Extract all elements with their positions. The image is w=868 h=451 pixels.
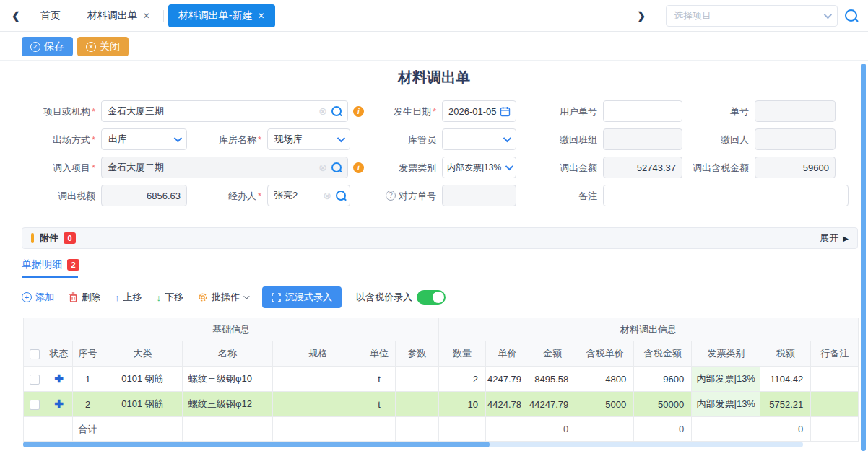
handler-input-wrap: ⊗ (267, 185, 350, 206)
add-sub-row-icon[interactable]: ✚ (54, 372, 64, 385)
cell-spec[interactable] (273, 367, 363, 392)
warehouse-select[interactable]: 现场库 (267, 128, 350, 150)
lookup-icon[interactable] (336, 191, 346, 201)
vertical-scrollbar[interactable] (861, 64, 866, 451)
cell-amount[interactable]: 8495.58 (529, 367, 576, 392)
return-team-label: 缴回班组 (540, 134, 603, 145)
cell-name[interactable]: 螺纹三级钢φ12 (183, 392, 273, 417)
move-down-button[interactable]: ↓ 下移 (157, 291, 184, 304)
tab-material-out-list[interactable]: 材料调出单 ✕ (74, 0, 163, 32)
clear-icon[interactable]: ⊗ (318, 106, 327, 116)
project-select[interactable]: 选择项目 (666, 5, 838, 27)
doc-no-label: 单号 (692, 106, 755, 117)
cell-invoice-type[interactable]: 内部发票|13% (692, 392, 760, 417)
invoice-type-select[interactable]: 内部发票|13% (442, 157, 516, 178)
arrow-down-icon: ↓ (157, 292, 162, 303)
tab-home[interactable]: 首页 (27, 0, 74, 32)
total-empty (103, 417, 183, 442)
expand-button[interactable]: 展开 ▶ (820, 232, 849, 245)
field-remark: 备注 (540, 185, 849, 206)
cell-tax-price[interactable]: 5000 (576, 392, 634, 417)
field-return-team: 缴回班组 (540, 128, 682, 150)
clear-icon[interactable]: ⊗ (318, 162, 327, 172)
handler-input-icons: ⊗ (323, 185, 346, 206)
info-icon[interactable]: i (353, 106, 364, 117)
keeper-select[interactable] (442, 128, 516, 150)
cell-tax-price[interactable]: 4800 (576, 367, 634, 392)
col-header-price: 单价 (486, 341, 529, 367)
project-input[interactable] (102, 101, 347, 121)
horizontal-scrollbar-track[interactable] (23, 442, 803, 447)
tab-detail-lines[interactable]: 单据明细 2 (22, 258, 79, 271)
counterpart-no-input (443, 185, 516, 206)
cell-spec[interactable] (273, 392, 363, 417)
cell-price[interactable]: 4424.78 (486, 392, 529, 417)
immersive-entry-button[interactable]: 沉浸式录入 (262, 286, 342, 308)
attachment-label: 附件 (40, 232, 58, 245)
cell-tax-amount[interactable]: 9600 (634, 367, 692, 392)
detail-toolbar: + 添加 删除 ↑ 上移 ↓ 下移 批操作 (22, 286, 446, 308)
cell-unit[interactable]: t (363, 367, 396, 392)
group-header-transfer: 材料调出信息 (439, 318, 859, 341)
project-input-icons: ⊗ (318, 101, 342, 121)
tab-close-icon[interactable]: ✕ (143, 11, 150, 21)
cell-tax[interactable]: 5752.21 (760, 392, 811, 417)
move-up-button[interactable]: ↑ 上移 (115, 291, 142, 304)
cell-tax[interactable]: 1104.42 (760, 367, 811, 392)
cell-price[interactable]: 4247.79 (486, 367, 529, 392)
return-person-label: 缴回人 (692, 134, 755, 145)
lookup-icon[interactable] (331, 162, 342, 172)
user-no-input[interactable] (604, 101, 682, 121)
save-button[interactable]: ✓ 保存 (22, 37, 73, 56)
cell-amount[interactable]: 44247.79 (529, 392, 576, 417)
horizontal-scrollbar-thumb[interactable] (23, 442, 490, 447)
question-circle-icon[interactable]: ? (386, 191, 396, 201)
col-header-category: 大类 (103, 341, 183, 367)
select-all-checkbox[interactable] (30, 349, 40, 359)
total-label: 合计 (73, 417, 103, 442)
tax-price-toggle[interactable] (417, 290, 446, 305)
cell-param[interactable] (396, 392, 439, 417)
tab-home-label: 首页 (40, 9, 61, 22)
back-chevron-icon[interactable]: ❮ (4, 10, 27, 22)
tab-label: 材料调出单 (87, 9, 138, 22)
cell-unit[interactable]: t (363, 392, 396, 417)
delete-row-button[interactable]: 删除 (69, 291, 100, 304)
search-icon[interactable] (845, 9, 858, 22)
cell-qty[interactable]: 10 (439, 392, 486, 417)
invoice-type-value: 内部发票|13% (447, 162, 505, 174)
cell-category[interactable]: 0101 钢筋 (103, 392, 183, 417)
remark-input[interactable] (604, 185, 848, 206)
row-checkbox[interactable] (30, 400, 40, 410)
info-icon[interactable]: i (353, 162, 364, 173)
cell-name[interactable]: 螺纹三级钢φ10 (183, 367, 273, 392)
cell-param[interactable] (396, 367, 439, 392)
calendar-icon[interactable] (500, 106, 511, 117)
cell-qty[interactable]: 2 (439, 367, 486, 392)
cell-tax-amount[interactable]: 50000 (634, 392, 692, 417)
cell-invoice-type[interactable]: 内部发票|13% (692, 367, 760, 392)
cell-row-remark[interactable] (811, 367, 859, 392)
cell-row-remark[interactable] (811, 392, 859, 417)
out-method-select[interactable]: 出库 (101, 128, 187, 150)
total-tax: 0 (760, 417, 811, 442)
tab-material-out-new-active[interactable]: 材料调出单-新建 ✕ (168, 4, 275, 27)
row-checkbox-cell (24, 367, 45, 392)
tab-close-icon[interactable]: ✕ (257, 11, 264, 21)
add-row-button[interactable]: + 添加 (22, 291, 54, 304)
field-out-tax: 调出税额 (20, 185, 187, 206)
in-project-input[interactable] (102, 157, 347, 178)
clear-icon[interactable]: ⊗ (323, 191, 331, 201)
batch-operations-button[interactable]: 批操作 (198, 291, 248, 304)
forward-chevron-icon[interactable]: ❯ (630, 10, 653, 22)
table-column-header-row: 状态 序号 大类 名称 规格 单位 参数 数量 单价 金额 含税单价 含税金额 … (24, 341, 859, 367)
total-empty (439, 417, 486, 442)
attachment-bar[interactable]: 附件 0 展开 ▶ (22, 227, 858, 249)
add-sub-row-icon[interactable]: ✚ (54, 398, 64, 410)
row-checkbox[interactable] (30, 375, 40, 385)
close-button[interactable]: ✕ 关闭 (77, 37, 129, 56)
delete-label: 删除 (82, 291, 100, 304)
fullscreen-brackets-icon (272, 293, 281, 302)
cell-category[interactable]: 0101 钢筋 (103, 367, 183, 392)
lookup-icon[interactable] (331, 106, 342, 116)
